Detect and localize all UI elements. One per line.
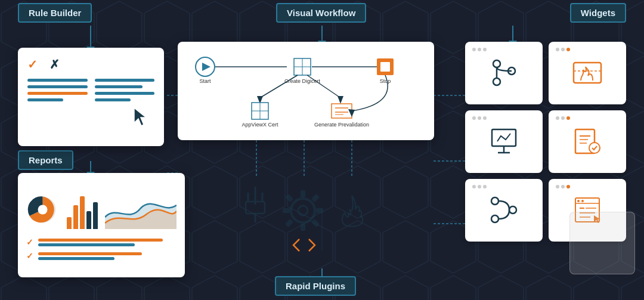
dot-13 bbox=[472, 185, 476, 188]
rb-line-3 bbox=[27, 92, 88, 95]
svg-rect-56 bbox=[574, 63, 601, 83]
svg-point-52 bbox=[493, 60, 500, 67]
svg-point-62 bbox=[589, 143, 600, 153]
dot-3 bbox=[483, 48, 487, 51]
report-row-1: ✓ bbox=[26, 237, 177, 247]
dot-10 bbox=[556, 116, 559, 120]
svg-rect-86 bbox=[283, 208, 290, 213]
check-icon-2: ✓ bbox=[26, 251, 33, 261]
dot-8 bbox=[478, 116, 481, 120]
svg-point-66 bbox=[491, 197, 499, 205]
svg-rect-84 bbox=[301, 190, 305, 197]
rule-builder-card: ✓ ✗ bbox=[18, 48, 164, 146]
dot-7 bbox=[472, 116, 476, 120]
svg-rect-87 bbox=[316, 208, 323, 213]
widget-card-5 bbox=[465, 179, 543, 242]
flame-icon bbox=[339, 193, 366, 231]
rb-line-5 bbox=[95, 79, 155, 82]
widgets-label: Widgets bbox=[570, 3, 626, 23]
rb-line-6 bbox=[95, 85, 143, 88]
rb-line-2 bbox=[27, 85, 88, 88]
svg-rect-91 bbox=[311, 219, 319, 227]
svg-text:Start: Start bbox=[199, 78, 211, 84]
svg-rect-46 bbox=[332, 104, 352, 118]
svg-line-38 bbox=[260, 75, 298, 98]
check-icon-1: ✓ bbox=[26, 237, 33, 247]
dot-14 bbox=[478, 185, 481, 188]
reports-card: ✓ ✓ bbox=[18, 173, 185, 277]
svg-text:Stop: Stop bbox=[380, 78, 391, 84]
firewall-icon bbox=[556, 55, 619, 91]
visual-workflow-label: Visual Workflow bbox=[276, 3, 366, 23]
svg-point-82 bbox=[291, 199, 315, 222]
dot-6-orange bbox=[566, 48, 570, 51]
svg-rect-36 bbox=[380, 62, 390, 72]
widget-card-4 bbox=[549, 110, 626, 173]
svg-rect-88 bbox=[284, 194, 293, 202]
dot-11 bbox=[561, 116, 565, 120]
dot-2 bbox=[478, 48, 481, 51]
dot-18-orange bbox=[566, 185, 570, 188]
svg-point-67 bbox=[509, 206, 516, 214]
cursor-icon bbox=[128, 105, 152, 134]
reports-label: Reports bbox=[18, 150, 73, 170]
svg-line-39 bbox=[307, 75, 340, 98]
rb-line-4 bbox=[27, 98, 63, 101]
svg-point-53 bbox=[493, 78, 500, 85]
dot-16 bbox=[556, 185, 559, 188]
plug-icon bbox=[243, 187, 267, 237]
dot-9 bbox=[483, 116, 487, 120]
widget-card-2 bbox=[549, 42, 626, 104]
svg-text:AppViewX Cert: AppViewX Cert bbox=[242, 122, 278, 128]
dot-15 bbox=[483, 185, 487, 188]
merge-icon bbox=[472, 192, 535, 228]
report-rows: ✓ ✓ bbox=[26, 237, 177, 261]
svg-point-72 bbox=[581, 200, 584, 202]
dot-17 bbox=[561, 185, 565, 188]
widget-card-1 bbox=[465, 42, 543, 104]
rb-line-8 bbox=[95, 98, 131, 101]
svg-rect-89 bbox=[311, 194, 319, 202]
svg-rect-90 bbox=[284, 219, 293, 227]
check-icon: ✓ bbox=[27, 57, 38, 72]
rapid-plugins-area bbox=[239, 155, 370, 268]
rule-builder-label: Rule Builder bbox=[18, 3, 92, 23]
svg-point-25 bbox=[38, 205, 48, 215]
code-icon bbox=[292, 236, 316, 256]
report-row-2: ✓ bbox=[26, 251, 177, 261]
rb-right-col bbox=[95, 79, 155, 101]
git-branch-icon bbox=[472, 55, 535, 91]
presentation-icon bbox=[472, 123, 535, 159]
dot-4 bbox=[556, 48, 559, 51]
dot-5 bbox=[561, 48, 565, 51]
visual-workflow-card: Start Create Digicert Stop AppViewX Cert… bbox=[178, 42, 434, 140]
rapid-plugins-label: Rapid Plugins bbox=[275, 276, 356, 296]
svg-point-83 bbox=[298, 206, 308, 215]
widget-card-3 bbox=[465, 110, 543, 173]
cross-icon: ✗ bbox=[49, 57, 60, 72]
dot-12-orange bbox=[566, 116, 570, 120]
dot-1 bbox=[472, 48, 476, 51]
charts-area bbox=[26, 181, 177, 229]
certificate-icon bbox=[556, 123, 619, 159]
svg-text:Generate Prevalidation: Generate Prevalidation bbox=[314, 122, 369, 128]
svg-point-68 bbox=[491, 215, 499, 222]
svg-rect-85 bbox=[301, 224, 305, 231]
wave-chart bbox=[105, 193, 177, 229]
svg-marker-41 bbox=[338, 96, 343, 104]
pie-chart bbox=[26, 193, 60, 229]
ghost-card bbox=[569, 212, 635, 274]
bar-chart bbox=[67, 193, 98, 229]
large-gear-icon bbox=[279, 187, 327, 237]
rb-line-1 bbox=[27, 79, 88, 82]
rb-left-col bbox=[27, 79, 88, 101]
rb-line-7 bbox=[95, 92, 155, 95]
svg-point-71 bbox=[577, 200, 580, 202]
